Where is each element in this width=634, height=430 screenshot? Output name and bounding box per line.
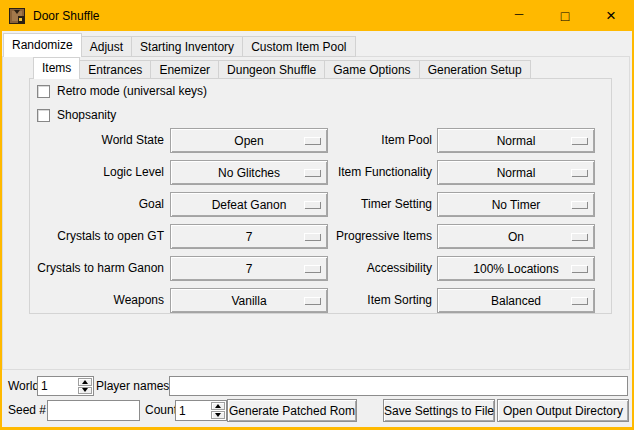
- worlds-spin-down-button[interactable]: [78, 387, 92, 395]
- open-output-button[interactable]: Open Output Directory: [497, 399, 629, 422]
- count-spinner-input[interactable]: [176, 401, 210, 420]
- titlebar: Door Shuffle ─ □ ×: [0, 0, 634, 31]
- tab-custom-item-pool[interactable]: Custom Item Pool: [242, 36, 355, 57]
- generate-button[interactable]: Generate Patched Rom: [227, 399, 357, 422]
- minimize-icon: ─: [515, 8, 524, 20]
- progressive-items-value: On: [508, 230, 524, 244]
- worlds-spinner[interactable]: [37, 376, 94, 396]
- save-settings-button[interactable]: Save Settings to File: [383, 399, 495, 422]
- crystals-harm-ganon-value: 7: [246, 262, 253, 276]
- dropdown-indicator-icon: [571, 265, 587, 272]
- item-pool-label: Item Pool: [270, 128, 432, 153]
- count-spinner[interactable]: [175, 400, 227, 421]
- dropdown-indicator-icon: [571, 137, 587, 144]
- close-button[interactable]: ×: [588, 0, 634, 31]
- item-functionality-value: Normal: [497, 166, 536, 180]
- retro-mode-label: Retro mode (universal keys): [57, 84, 207, 98]
- crystals-open-gt-value: 7: [246, 230, 253, 244]
- progressive-items-label: Progressive Items: [270, 224, 432, 249]
- tab-starting-inventory[interactable]: Starting Inventory: [131, 36, 243, 57]
- maximize-icon: □: [561, 9, 569, 23]
- dropdown-indicator-icon: [571, 201, 587, 208]
- window: Door Shuffle ─ □ × Randomize Adjust Star…: [0, 0, 634, 430]
- count-spin-down-button[interactable]: [211, 411, 225, 419]
- count-spin-up-button[interactable]: [211, 402, 225, 410]
- weapons-label: Weapons: [30, 288, 164, 313]
- player-names-input[interactable]: [169, 376, 628, 396]
- seed-label: Seed #: [8, 403, 46, 417]
- spin-down-icon: [82, 388, 88, 392]
- item-sorting-value: Balanced: [491, 294, 541, 308]
- item-functionality-label: Item Functionality: [270, 160, 432, 185]
- items-panel: Retro mode (universal keys) Shopsanity W…: [29, 78, 612, 314]
- count-label: Count: [145, 403, 177, 417]
- tab-generation-setup[interactable]: Generation Setup: [419, 60, 531, 79]
- tab-items[interactable]: Items: [33, 57, 80, 79]
- item-pool-value: Normal: [497, 134, 536, 148]
- weapons-value: Vanilla: [231, 294, 266, 308]
- worlds-spin-up-button[interactable]: [78, 378, 92, 386]
- timer-setting-value: No Timer: [492, 198, 541, 212]
- item-sorting-label: Item Sorting: [270, 288, 432, 313]
- retro-mode-checkbox[interactable]: [37, 85, 50, 98]
- shopsanity-label: Shopsanity: [57, 108, 116, 122]
- retro-mode-option[interactable]: Retro mode (universal keys): [37, 84, 207, 98]
- outer-tab-bar: Randomize Adjust Starting Inventory Cust…: [3, 33, 356, 57]
- crystals-open-gt-label: Crystals to open GT: [30, 224, 164, 249]
- tab-entrances[interactable]: Entrances: [79, 60, 151, 79]
- item-pool-dropdown[interactable]: Normal: [437, 128, 595, 153]
- accessibility-dropdown[interactable]: 100% Locations: [437, 256, 595, 281]
- item-sorting-dropdown[interactable]: Balanced: [437, 288, 595, 313]
- app-icon: [9, 8, 25, 24]
- shopsanity-option[interactable]: Shopsanity: [37, 108, 116, 122]
- timer-setting-dropdown[interactable]: No Timer: [437, 192, 595, 217]
- timer-setting-label: Timer Setting: [270, 192, 432, 217]
- item-functionality-dropdown[interactable]: Normal: [437, 160, 595, 185]
- seed-input[interactable]: [47, 400, 140, 421]
- crystals-harm-ganon-label: Crystals to harm Ganon: [30, 256, 164, 281]
- randomize-panel: Items Entrances Enemizer Dungeon Shuffle…: [2, 56, 630, 370]
- spin-up-icon: [215, 404, 221, 408]
- inner-tab-bar: Items Entrances Enemizer Dungeon Shuffle…: [33, 57, 531, 79]
- shopsanity-checkbox[interactable]: [37, 109, 50, 122]
- world-state-value: Open: [234, 134, 263, 148]
- accessibility-value: 100% Locations: [473, 262, 558, 276]
- accessibility-label: Accessibility: [270, 256, 432, 281]
- tab-dungeon-shuffle[interactable]: Dungeon Shuffle: [218, 60, 325, 79]
- progressive-items-dropdown[interactable]: On: [437, 224, 595, 249]
- close-icon: ×: [606, 7, 616, 24]
- dropdown-indicator-icon: [571, 297, 587, 304]
- tab-adjust[interactable]: Adjust: [81, 36, 132, 57]
- goal-label: Goal: [30, 192, 164, 217]
- spin-down-icon: [215, 413, 221, 417]
- minimize-button[interactable]: ─: [496, 0, 542, 31]
- logic-level-label: Logic Level: [30, 160, 164, 185]
- window-title: Door Shuffle: [33, 9, 100, 23]
- window-content: Randomize Adjust Starting Inventory Cust…: [2, 31, 632, 427]
- maximize-button[interactable]: □: [542, 0, 588, 31]
- tab-enemizer[interactable]: Enemizer: [150, 60, 219, 79]
- player-names-label: Player names: [96, 379, 169, 393]
- dropdown-indicator-icon: [571, 169, 587, 176]
- tab-randomize[interactable]: Randomize: [3, 33, 82, 57]
- dropdown-indicator-icon: [571, 233, 587, 240]
- world-state-label: World State: [30, 128, 164, 153]
- worlds-spinner-input[interactable]: [38, 377, 77, 395]
- spin-up-icon: [82, 380, 88, 384]
- tab-game-options[interactable]: Game Options: [324, 60, 419, 79]
